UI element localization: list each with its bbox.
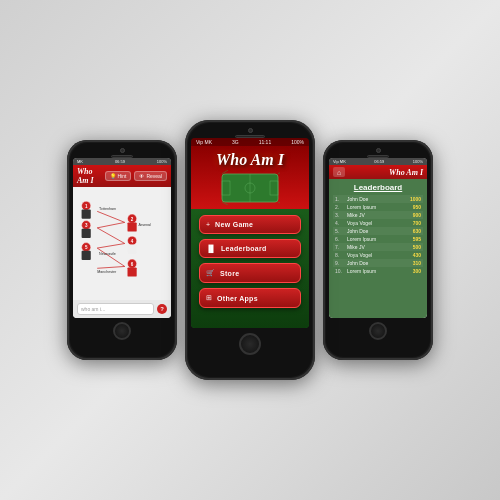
- lb-rank: 5.: [335, 228, 347, 234]
- reveal-label: Reveal: [146, 173, 162, 179]
- lb-score: 595: [413, 236, 421, 242]
- svg-text:1: 1: [85, 204, 88, 209]
- center-carrier: Vip MK: [196, 139, 212, 145]
- help-button[interactable]: ?: [157, 304, 167, 314]
- right-time: 06:59: [374, 159, 384, 164]
- lb-name: Mike JV: [347, 244, 413, 250]
- home-button-left[interactable]: [113, 322, 131, 340]
- leaderboard-title: Leaderboard: [333, 183, 423, 192]
- reveal-button[interactable]: 👁 Reveal: [134, 171, 167, 181]
- leaderboard-row: 6. Lorem Ipsum 595: [333, 235, 423, 243]
- lb-rank: 9.: [335, 260, 347, 266]
- hint-icon: 💡: [110, 173, 116, 179]
- svg-rect-19: [128, 244, 137, 253]
- search-placeholder: who am i...: [81, 306, 105, 312]
- right-carrier: Vip MK: [333, 159, 346, 164]
- svg-line-35: [278, 170, 280, 174]
- lb-name: Mike JV: [347, 212, 413, 218]
- leaderboard-row: 9. John Doe 310: [333, 259, 423, 267]
- right-status-bar: Vip MK 06:59 100%: [329, 158, 427, 165]
- svg-text:2: 2: [131, 217, 134, 222]
- right-phone: Vip MK 06:59 100% ⌂ Who Am I Leaderboard…: [323, 140, 433, 360]
- lb-rank: 1.: [335, 196, 347, 202]
- lb-name: Voya Vogel: [347, 220, 413, 226]
- lb-score: 700: [413, 220, 421, 226]
- leaderboard-row: 2. Lorem Ipsum 950: [333, 203, 423, 211]
- leaderboard-area: Leaderboard 1. John Doe 1000 2. Lorem Ip…: [329, 179, 427, 318]
- lb-rank: 3.: [335, 212, 347, 218]
- svg-line-37: [278, 202, 280, 205]
- menu-buttons: + New Game ▐▌ Leaderboard 🛒 Store ⊞ Othe…: [191, 209, 309, 328]
- svg-line-34: [222, 170, 228, 174]
- camera: [120, 148, 125, 153]
- svg-rect-26: [128, 267, 137, 276]
- new-game-label: New Game: [215, 221, 253, 228]
- new-game-icon: +: [206, 221, 210, 228]
- svg-rect-22: [82, 251, 91, 260]
- leaderboard-label: Leaderboard: [221, 245, 267, 252]
- svg-line-5: [97, 266, 125, 268]
- hint-button[interactable]: 💡 Hint: [105, 171, 132, 181]
- home-button-right[interactable]: [369, 322, 387, 340]
- left-battery: 100%: [157, 159, 167, 164]
- lb-rank: 10.: [335, 268, 347, 274]
- store-icon: 🛒: [206, 269, 215, 277]
- lb-score: 500: [413, 244, 421, 250]
- phones-container: MK 06:59 100% Who Am I 💡 Hint 👁 Reveal: [67, 120, 433, 380]
- svg-text:6: 6: [131, 262, 134, 267]
- home-button-center[interactable]: [239, 333, 261, 355]
- other-apps-icon: ⊞: [206, 294, 212, 302]
- lb-name: Lorem Ipsum: [347, 236, 413, 242]
- center-camera: [248, 128, 253, 133]
- lb-name: John Doe: [347, 260, 413, 266]
- lb-name: Voya Vogel: [347, 252, 413, 258]
- right-title: Who Am I: [389, 168, 423, 177]
- lb-score: 300: [413, 268, 421, 274]
- svg-rect-12: [128, 222, 137, 231]
- other-apps-button[interactable]: ⊞ Other Apps: [199, 288, 301, 308]
- game-logo-area: Who Am I: [191, 146, 309, 209]
- leaderboard-row: 1. John Doe 1000: [333, 195, 423, 203]
- lb-rank: 4.: [335, 220, 347, 226]
- leaderboard-row: 8. Voya Vogel 430: [333, 251, 423, 259]
- lb-rank: 2.: [335, 204, 347, 210]
- lb-name: Lorem Ipsum: [347, 268, 413, 274]
- lb-score: 310: [413, 260, 421, 266]
- svg-line-2: [97, 228, 125, 244]
- lb-name: Lorem Ipsum: [347, 204, 413, 210]
- lb-name: John Doe: [347, 228, 413, 234]
- leaderboard-row: 7. Mike JV 500: [333, 243, 423, 251]
- svg-rect-16: [82, 229, 91, 238]
- lb-score: 630: [413, 228, 421, 234]
- left-carrier: MK: [77, 159, 83, 164]
- right-camera: [376, 148, 381, 153]
- svg-text:5: 5: [85, 245, 88, 250]
- lb-name: John Doe: [347, 196, 410, 202]
- svg-text:Manchester: Manchester: [97, 270, 117, 274]
- new-game-button[interactable]: + New Game: [199, 215, 301, 234]
- left-time: 06:59: [115, 159, 125, 164]
- svg-text:3: 3: [85, 223, 88, 228]
- lb-score: 1000: [410, 196, 421, 202]
- search-box[interactable]: who am i...: [77, 303, 154, 315]
- center-time: 11:11: [259, 139, 272, 145]
- left-status-bar: MK 06:59 100%: [73, 158, 171, 165]
- center-network: 3G: [232, 139, 239, 145]
- home-nav-button[interactable]: ⌂: [333, 167, 345, 177]
- store-button[interactable]: 🛒 Store: [199, 263, 301, 283]
- leaderboard-button[interactable]: ▐▌ Leaderboard: [199, 239, 301, 258]
- field-image: [220, 170, 280, 205]
- lb-score: 900: [413, 212, 421, 218]
- lb-score: 430: [413, 252, 421, 258]
- svg-text:Tottenham: Tottenham: [99, 207, 116, 211]
- leaderboard-icon: ▐▌: [206, 245, 216, 252]
- right-header: ⌂ Who Am I: [329, 165, 427, 179]
- svg-text:Newcastle: Newcastle: [99, 252, 116, 256]
- leaderboard-row: 5. John Doe 630: [333, 227, 423, 235]
- game-logo-text: Who Am I: [195, 152, 305, 168]
- center-battery: 100%: [291, 139, 304, 145]
- center-screen: Vip MK 3G 11:11 100% Who Am I: [191, 138, 309, 328]
- svg-line-36: [222, 202, 228, 205]
- game-area: 1 Tottenham 2 Arsenal 3: [73, 187, 171, 300]
- svg-line-1: [97, 222, 125, 228]
